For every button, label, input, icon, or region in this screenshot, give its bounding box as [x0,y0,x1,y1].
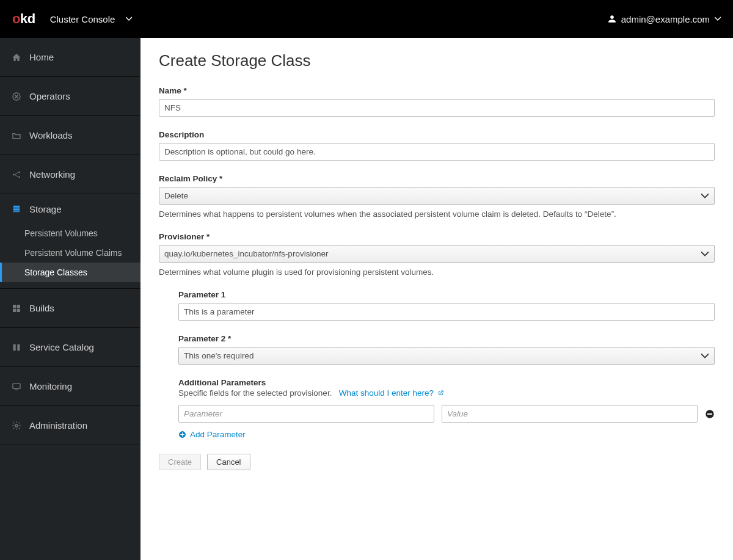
networking-icon [11,169,22,180]
param-key-input[interactable] [178,405,434,423]
sidebar-item-monitoring[interactable]: Monitoring [0,367,140,406]
console-switcher[interactable]: Cluster Console [50,14,133,24]
param2-label: Parameter 2 * [178,334,715,343]
logo-kd: kd [20,11,35,26]
sidebar-item-label: Workloads [29,130,73,140]
sidebar-item-label: Service Catalog [29,342,94,352]
reclaim-help: Determines what happens to persistent vo… [159,209,715,219]
param1-input[interactable] [178,303,715,321]
field-additional-parameters: Additional Parameters Specific fields fo… [178,378,715,440]
plus-circle-icon [178,431,186,438]
main-content: Create Storage Class Name * Description … [140,38,733,560]
sidebar-item-label: Persistent Volume Claims [24,248,122,258]
user-icon [608,15,616,23]
provisioner-select[interactable]: quay.io/kubernetes_incubator/nfs-provisi… [159,245,715,263]
param-value-input[interactable] [442,405,698,423]
add-parameter-label: Add Parameter [190,430,246,439]
sidebar-item-administration[interactable]: Administration [0,406,140,445]
monitoring-icon [11,381,22,392]
remove-param-icon[interactable] [705,409,715,419]
sidebar-item-label: Monitoring [29,381,72,391]
name-input[interactable] [159,99,715,117]
field-reclaim-policy: Reclaim Policy * Delete Determines what … [159,174,715,219]
cancel-button[interactable]: Cancel [207,454,250,470]
provisioner-help: Determines what volume plugin is used fo… [159,267,715,277]
logo: okd [12,11,35,27]
addl-params-label: Additional Parameters [178,378,715,387]
sidebar-item-label: Home [29,52,54,62]
sidebar-item-label: Builds [29,303,54,313]
param1-label: Parameter 1 [178,290,715,299]
cancel-button-label: Cancel [216,457,241,467]
topbar: okd Cluster Console admin@example.com [0,0,733,38]
field-name: Name * [159,86,715,117]
operators-icon [11,91,22,102]
name-label: Name * [159,86,715,95]
help-link[interactable]: What should I enter here? [339,388,444,398]
sidebar-item-label: Administration [29,420,87,431]
external-link-icon [437,390,444,396]
chevron-down-icon [715,16,721,22]
workloads-icon [11,130,22,141]
description-input[interactable] [159,143,715,161]
user-label: admin@example.com [621,14,710,24]
sidebar-item-label: Storage Classes [24,267,87,277]
param2-select[interactable]: This one's required [178,347,715,365]
sidebar-item-label: Persistent Volumes [24,228,98,238]
storage-icon [11,203,22,214]
field-parameter-1: Parameter 1 [178,290,715,321]
field-description: Description [159,130,715,161]
sidebar-item-label: Operators [29,91,70,101]
create-button-label: Create [168,457,192,467]
provisioner-label: Provisioner * [159,232,715,241]
chevron-down-icon [126,16,132,22]
add-parameter-button[interactable]: Add Parameter [178,430,246,439]
console-switcher-label: Cluster Console [50,14,115,24]
sidebar-item-storage[interactable]: Storage [0,194,140,224]
sidebar-item-home[interactable]: Home [0,38,140,77]
topbar-left: okd Cluster Console [12,11,132,27]
sidebar: Home Operators Workloads Networking Stor… [0,38,140,560]
svg-point-5 [15,424,18,427]
button-row: Create Cancel [159,454,715,470]
field-provisioner: Provisioner * quay.io/kubernetes_incubat… [159,232,715,277]
create-button[interactable]: Create [159,454,201,470]
svg-point-3 [18,176,20,178]
description-label: Description [159,130,715,139]
addl-params-desc-text: Specific fields for the selected provisi… [178,388,332,398]
sidebar-item-storage-classes[interactable]: Storage Classes [0,263,140,282]
sidebar-item-workloads[interactable]: Workloads [0,116,140,155]
sidebar-item-service-catalog[interactable]: Service Catalog [0,328,140,367]
logo-o: o [12,11,20,26]
svg-point-1 [13,173,15,175]
sidebar-item-persistent-volumes[interactable]: Persistent Volumes [0,224,140,243]
reclaim-select[interactable]: Delete [159,187,715,205]
help-link-text: What should I enter here? [339,388,434,398]
sidebar-item-label: Storage [29,204,62,214]
field-parameter-2: Parameter 2 * This one's required [178,334,715,365]
svg-rect-7 [707,413,712,415]
page-title: Create Storage Class [159,51,715,70]
svg-point-2 [18,171,20,173]
reclaim-label: Reclaim Policy * [159,174,715,183]
home-icon [11,52,22,63]
sidebar-item-label: Networking [29,169,75,180]
sidebar-item-operators[interactable]: Operators [0,77,140,116]
sidebar-storage-subnav: Persistent Volumes Persistent Volume Cla… [0,224,140,289]
user-menu[interactable]: admin@example.com [608,14,721,24]
addl-params-desc: Specific fields for the selected provisi… [178,388,715,398]
kv-row [178,405,715,423]
builds-icon [11,303,22,314]
sidebar-item-builds[interactable]: Builds [0,289,140,328]
catalog-icon [11,342,22,353]
svg-rect-4 [13,384,20,388]
sidebar-item-persistent-volume-claims[interactable]: Persistent Volume Claims [0,243,140,263]
gear-icon [11,420,22,431]
sidebar-item-networking[interactable]: Networking [0,155,140,194]
